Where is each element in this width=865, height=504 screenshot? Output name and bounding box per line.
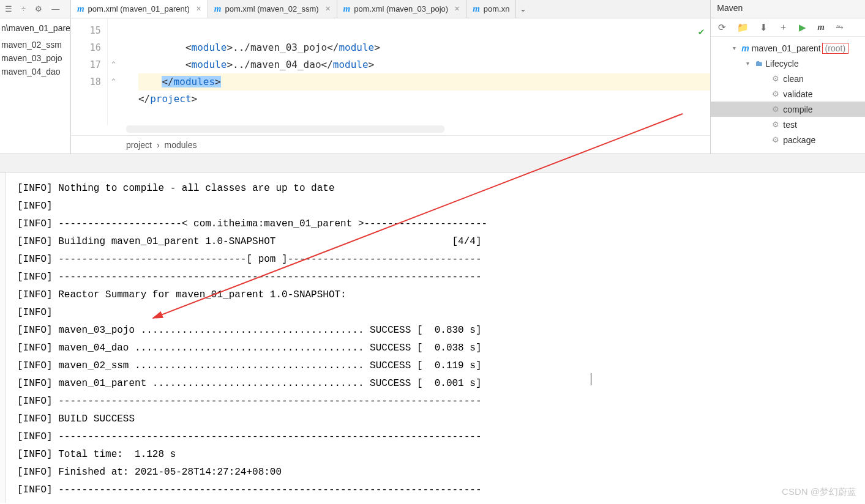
check-icon: ✔ [698,23,705,40]
console-gutter [0,172,6,503]
lifecycle-node[interactable]: ▾ 🖿 Lifecycle [711,56,865,71]
module-item[interactable]: maven_02_ssm [1,38,70,51]
watermark: CSDN @梦幻蔚蓝 [782,486,856,498]
tab-pom-overflow[interactable]: m pom.xn [466,0,516,18]
root-badge: (root) [822,43,848,54]
gear-icon: ⚙ [772,74,779,83]
console-output[interactable]: [INFO] Nothing to compile - all classes … [6,172,865,503]
maven-panel-title: Maven [711,0,865,18]
text-cursor [591,373,591,385]
module-item[interactable]: maven_03_pojo [1,51,70,65]
minimize-icon[interactable]: — [51,4,59,13]
console-header [0,154,865,172]
close-icon[interactable]: ✕ [325,5,331,13]
goal-compile[interactable]: ⚙ compile [711,102,865,117]
project-modules-list: maven_02_ssm maven_03_pojo maven_04_dao [0,38,70,78]
tab-pom-pojo[interactable]: m pom.xml (maven_03_pojo) ✕ [337,0,467,18]
editor-tabs: m pom.xml (maven_01_parent) ✕ m pom.xml … [71,0,710,18]
gear-icon: ⚙ [772,105,779,114]
project-sidebar: ☰ ÷ ⚙ — n\maven_01_pare maven_02_ssm mav… [0,0,71,154]
maven-file-icon: m [343,4,351,14]
maven-file-icon: m [214,4,222,14]
tab-pom-ssm[interactable]: m pom.xml (maven_02_ssm) ✕ [208,0,337,18]
gear-icon: ⚙ [772,89,779,98]
generate-icon[interactable]: 📁 [737,22,749,33]
tab-overflow-dropdown[interactable]: ⌄ [516,0,530,18]
maven-toolbar: ⟳ 📁 ⬇ ＋ ▶ m ⥲ ⇵ ⇄ ▮ [711,18,865,37]
code-editor[interactable]: 15 16 17 18 ⌃⌃ <module>../maven_03_pojo<… [71,18,710,125]
maven-file-icon: m [77,4,84,14]
close-icon[interactable]: ✕ [196,5,201,13]
maven-tree: ▾ m maven_01_parent (root) ▾ 🖿 Lifecycle… [711,37,865,151]
add-icon[interactable]: ＋ [779,21,788,33]
divider-icon: ÷ [21,4,26,13]
code-content[interactable]: <module>../maven_03_pojo</module> <modul… [120,18,710,125]
gear-icon[interactable]: ⚙ [35,4,42,13]
goal-test[interactable]: ⚙ test [711,117,865,132]
goal-clean[interactable]: ⚙ clean [711,71,865,86]
build-console: [INFO] Nothing to compile - all classes … [0,172,865,503]
maven-panel: Maven ⟳ 📁 ⬇ ＋ ▶ m ⥲ ⇵ ⇄ ▮ ▾ m maven_01_p… [711,0,865,154]
module-item[interactable]: maven_04_dao [1,65,70,78]
skip-tests-icon[interactable]: ⥲ [836,22,844,33]
run-icon[interactable]: ▶ [799,22,806,33]
list-icon[interactable]: ☰ [5,4,12,13]
folder-icon: 🖿 [755,59,763,68]
maven-project-icon: m [741,43,749,53]
goal-validate[interactable]: ⚙ validate [711,86,865,102]
download-icon[interactable]: ⬇ [760,22,768,33]
gear-icon: ⚙ [772,135,779,144]
line-gutter: 15 16 17 18 [71,18,108,125]
maven-m-icon[interactable]: m [817,22,825,32]
close-icon[interactable]: ✕ [454,5,460,13]
maven-project-node[interactable]: ▾ m maven_01_parent (root) [711,40,865,56]
tab-pom-parent[interactable]: m pom.xml (maven_01_parent) ✕ [71,0,208,18]
project-path: n\maven_01_pare [0,18,70,38]
maven-file-icon: m [473,4,480,14]
breadcrumb[interactable]: project › modules [71,135,710,154]
horizontal-scrollbar[interactable] [126,125,444,133]
goal-package[interactable]: ⚙ package [711,132,865,147]
gear-icon: ⚙ [772,120,779,129]
fold-column[interactable]: ⌃⌃ [108,18,120,125]
refresh-icon[interactable]: ⟳ [718,22,726,33]
